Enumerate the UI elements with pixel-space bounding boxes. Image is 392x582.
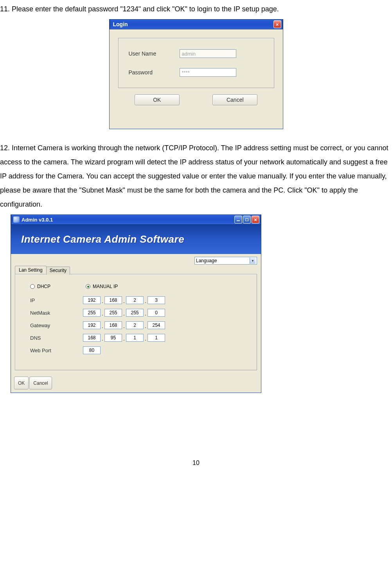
radio-dhcp-label: DHCP — [37, 284, 50, 289]
maximize-icon — [245, 218, 248, 221]
ip-octet-3[interactable]: 2 — [126, 296, 144, 304]
radio-icon — [30, 284, 35, 289]
cancel-button[interactable]: Cancel — [212, 94, 257, 105]
webport-label: Web Port — [30, 348, 83, 353]
admin-cancel-button[interactable]: Cancel — [29, 377, 52, 389]
language-selected: Language — [196, 258, 217, 263]
gateway-octet-2[interactable]: 168 — [104, 321, 122, 329]
close-icon: × — [254, 217, 257, 223]
ip-label: IP — [30, 297, 83, 303]
radio-manual-ip[interactable]: MANUAL IP — [86, 284, 118, 289]
gateway-label: Gateway — [30, 323, 83, 328]
login-titlebar[interactable]: Login × — [110, 19, 283, 29]
dns-octet-1[interactable]: 168 — [83, 334, 101, 342]
login-title: Login — [113, 21, 273, 27]
password-input[interactable] — [180, 68, 236, 77]
ip-octet-1[interactable]: 192 — [83, 296, 101, 304]
tab-lan-setting[interactable]: Lan Setting — [15, 266, 47, 274]
admin-titlebar[interactable]: Admin v3.0.1 × — [11, 214, 261, 225]
step-12-body: Internet Camera is working through the n… — [0, 144, 388, 208]
maximize-button[interactable] — [243, 216, 251, 223]
netmask-octet-1[interactable]: 255 — [83, 309, 101, 317]
ip-octet-2[interactable]: 168 — [104, 296, 122, 304]
dns-octet-2[interactable]: 95 — [104, 334, 122, 342]
gateway-octet-3[interactable]: 2 — [126, 321, 144, 329]
page-number: 10 — [0, 459, 392, 467]
radio-checked-icon — [87, 286, 89, 288]
step-12-num: 12. — [0, 144, 10, 152]
ok-button[interactable]: OK — [135, 94, 180, 105]
chevron-down-icon: ▼ — [250, 258, 255, 264]
language-select[interactable]: Language ▼ — [194, 257, 257, 265]
step-11-num: 11. — [0, 5, 10, 13]
admin-banner: Internet Camera Admin Software — [11, 225, 261, 254]
minimize-button[interactable] — [234, 216, 242, 223]
minimize-icon — [237, 220, 240, 221]
admin-window: Admin v3.0.1 × Internet Camera Admin Sof… — [11, 214, 261, 393]
login-dialog: Login × User Name Password OK Cancel — [109, 19, 283, 129]
netmask-label: NetMask — [30, 310, 83, 316]
radio-manual-label: MANUAL IP — [93, 284, 118, 289]
dns-octet-3[interactable]: 1 — [126, 334, 144, 342]
netmask-octet-3[interactable]: 255 — [126, 309, 144, 317]
gateway-octet-4[interactable]: 254 — [147, 321, 165, 329]
gateway-octet-1[interactable]: 192 — [83, 321, 101, 329]
dns-octet-4[interactable]: 1 — [147, 334, 165, 342]
login-form-panel: User Name Password — [118, 38, 274, 88]
lan-setting-panel: DHCP MANUAL IP IP 192. 168. 2. 3 NetMask — [15, 274, 257, 370]
admin-title: Admin v3.0.1 — [22, 217, 234, 223]
close-icon: × — [276, 22, 279, 27]
app-icon — [13, 216, 20, 223]
netmask-octet-4[interactable]: 0 — [147, 309, 165, 317]
radio-icon — [86, 284, 90, 289]
dns-label: DNS — [30, 335, 83, 341]
tab-security[interactable]: Security — [46, 267, 70, 275]
ip-octet-4[interactable]: 3 — [147, 296, 165, 304]
username-input[interactable] — [180, 49, 236, 58]
radio-dhcp[interactable]: DHCP — [30, 284, 50, 289]
password-label: Password — [129, 69, 180, 76]
admin-ok-button[interactable]: OK — [14, 377, 29, 389]
username-label: User Name — [129, 50, 180, 57]
admin-close-button[interactable]: × — [252, 216, 259, 223]
step-11-text: 11. Please enter the default password "1… — [0, 2, 392, 16]
step-11-body: Please enter the default password "1234"… — [12, 5, 279, 13]
netmask-octet-2[interactable]: 255 — [104, 309, 122, 317]
close-button[interactable]: × — [273, 20, 281, 28]
step-12-text: 12. Internet Camera is working through t… — [0, 141, 392, 211]
webport-input[interactable]: 80 — [83, 346, 101, 354]
